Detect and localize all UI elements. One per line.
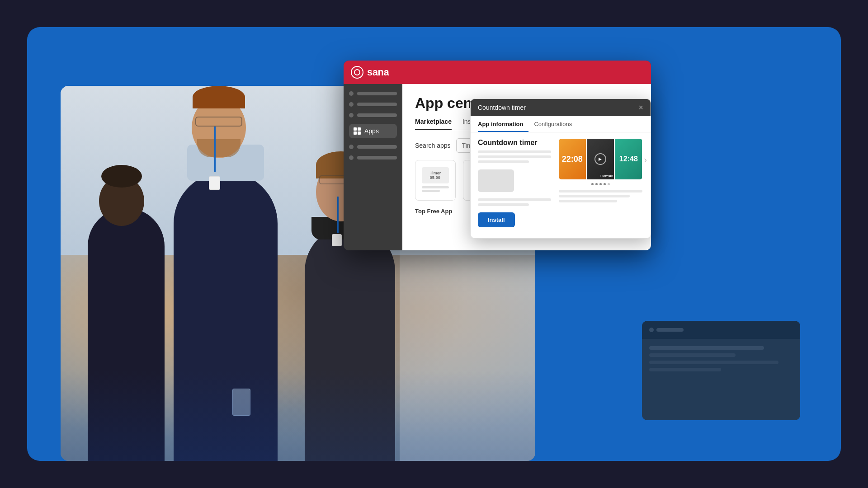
dark-header-line <box>656 328 684 332</box>
dark-window-content <box>642 339 800 379</box>
sidebar-dot <box>349 155 354 160</box>
dialog-body: Countdown timer Install <box>471 132 651 234</box>
sidebar-dot <box>349 113 354 117</box>
timer-tile-orange: 22:08 <box>559 139 586 179</box>
preview-dots <box>591 183 610 185</box>
apps-label: Apps <box>364 127 379 135</box>
desc-line-2 <box>478 155 551 158</box>
timer-time-1: 22:08 <box>562 155 583 164</box>
timer-text: Timer05:00 <box>430 171 441 180</box>
next-arrow[interactable]: › <box>644 155 647 165</box>
sana-wordmark: sana <box>367 66 389 78</box>
dot-1 <box>591 183 594 185</box>
sidebar-row-4 <box>349 145 397 149</box>
card-line-2 <box>422 190 440 192</box>
right-line-1 <box>559 190 642 192</box>
dark-window-header <box>642 321 800 339</box>
description-lines-2 <box>478 198 551 206</box>
dark-line-3 <box>649 361 778 364</box>
play-icon: ▶ <box>594 153 606 165</box>
countdown-dialog: Countdown timer × App information Config… <box>470 99 651 239</box>
timer-preview-container: 22:08 ▶ Hurry up! 12:48 <box>559 139 642 179</box>
sidebar-line <box>357 156 397 160</box>
timer-card-icon: Timer05:00 <box>422 167 449 183</box>
sidebar-more <box>349 145 397 160</box>
desc-line-3 <box>478 160 529 163</box>
timer-card-lines <box>422 186 449 193</box>
sana-logo-inner <box>354 69 360 75</box>
dark-line-1 <box>649 346 764 350</box>
timer-time-3: 12:48 <box>619 155 638 163</box>
dialog-tab-app-info[interactable]: App information <box>478 121 528 132</box>
tab-marketplace[interactable]: Marketplace <box>415 118 452 130</box>
dialog-tab-configurations[interactable]: Configurations <box>534 121 577 132</box>
sidebar-line <box>357 103 397 106</box>
apps-grid-icon <box>354 127 361 135</box>
right-content-lines <box>559 190 642 205</box>
sidebar-dot <box>349 145 354 149</box>
right-line-2 <box>559 195 630 197</box>
dark-dot-1 <box>649 328 654 332</box>
timer-tile-dark: ▶ Hurry up! <box>587 139 614 179</box>
dialog-tabs: App information Configurations <box>471 116 651 132</box>
sidebar-dot <box>349 91 354 96</box>
dot-2 <box>595 183 598 185</box>
dot-3 <box>599 183 602 185</box>
outer-frame: sana <box>27 27 841 461</box>
sidebar-line <box>357 113 397 117</box>
timer-tile-green: 12:48 <box>615 139 642 179</box>
desc-line-1 <box>478 150 551 153</box>
dark-window-preview <box>642 321 800 420</box>
sana-logo-circle <box>351 66 363 79</box>
sidebar-row-2 <box>349 102 397 107</box>
desc-line-5 <box>478 203 529 206</box>
sidebar-dot <box>349 102 354 107</box>
card-line-1 <box>422 186 449 188</box>
hurry-text: Hurry up! <box>600 174 613 178</box>
grid-dot-2 <box>358 127 361 131</box>
right-line-3 <box>559 200 618 202</box>
desc-line-4 <box>478 198 551 201</box>
sidebar-line <box>357 92 397 95</box>
install-button[interactable]: Install <box>478 212 515 227</box>
dark-line-2 <box>649 353 736 357</box>
dialog-right-area: 22:08 ▶ Hurry up! 12:48 <box>557 139 643 227</box>
bottom-overlay <box>61 371 535 461</box>
dark-line-4 <box>649 368 721 371</box>
desc-box <box>478 169 514 192</box>
sidebar-line <box>357 145 397 149</box>
grid-dot-3 <box>354 131 357 135</box>
dialog-title: Countdown timer <box>478 104 526 111</box>
dialog-app-name: Countdown timer <box>478 139 551 147</box>
sidebar-row-1 <box>349 91 397 96</box>
search-label: Search apps <box>415 142 451 149</box>
app-card-timer[interactable]: Timer05:00 <box>415 160 456 201</box>
dialog-left-content: Countdown timer Install <box>478 139 551 227</box>
grid-dot-4 <box>358 131 361 135</box>
dot-4 <box>604 183 606 185</box>
sana-sidebar: Apps <box>344 84 402 250</box>
sidebar-item-apps[interactable]: Apps <box>349 124 397 138</box>
close-icon[interactable]: × <box>638 103 643 112</box>
grid-dot-1 <box>354 127 357 131</box>
sana-header: sana <box>344 61 651 84</box>
description-lines <box>478 150 551 163</box>
dialog-header: Countdown timer × <box>471 99 651 116</box>
sidebar-row-3 <box>349 113 397 117</box>
dot-5 <box>608 183 610 185</box>
sidebar-row-5 <box>349 155 397 160</box>
